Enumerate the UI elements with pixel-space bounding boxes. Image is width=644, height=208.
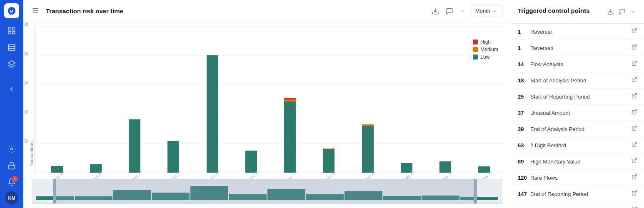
control-point-name: Rare Flows (530, 175, 632, 181)
control-point-name: 2 Digit Benford (530, 142, 632, 149)
sidebar-item-analytics[interactable] (4, 40, 19, 55)
user-avatar[interactable]: KM (5, 191, 18, 205)
svg-rect-3 (12, 28, 15, 30)
panel-chevron-icon[interactable] (629, 7, 637, 16)
svg-line-21 (634, 94, 637, 96)
bar-stack (478, 143, 490, 173)
external-link-icon[interactable] (632, 141, 637, 149)
control-point-item[interactable]: 632 Digit Benford (511, 137, 644, 154)
bar-stack (401, 135, 412, 173)
right-panel-header: Triggered control points (511, 0, 644, 24)
control-point-item[interactable]: 1Reversed (511, 40, 644, 56)
external-link-icon[interactable] (632, 125, 637, 133)
mini-chart[interactable] (32, 179, 502, 204)
external-link-icon[interactable] (632, 93, 637, 100)
bar-stack (245, 116, 257, 173)
control-point-name: Unusual Amount (530, 110, 632, 116)
control-point-item[interactable]: 18Start of Analysis Period (511, 72, 644, 89)
bar-group[interactable] (310, 27, 348, 173)
panel-header-actions (606, 7, 637, 17)
control-point-item[interactable]: 39End of Analysis Period (511, 121, 644, 137)
bar-group[interactable] (387, 27, 425, 173)
svg-line-23 (634, 126, 637, 129)
panel-download-button[interactable] (606, 7, 616, 17)
mini-handle-right[interactable] (474, 179, 477, 203)
bar-group[interactable] (193, 27, 231, 173)
bar-stack (207, 42, 218, 173)
bar-group[interactable] (116, 27, 154, 173)
external-link-icon[interactable] (632, 77, 637, 84)
bar-group[interactable] (271, 27, 309, 173)
external-link-icon[interactable] (632, 158, 637, 165)
control-point-number: 63 (518, 142, 530, 149)
control-point-item[interactable]: 25Start of Reporting Period (511, 89, 644, 105)
external-link-icon[interactable] (632, 206, 637, 208)
legend: HighMediumLow (473, 39, 498, 60)
control-point-item[interactable]: 14Flow Analysis (511, 56, 644, 72)
bar-group[interactable] (38, 27, 76, 173)
sidebar-item-settings[interactable] (4, 141, 19, 156)
y-axis-label: Transactions (27, 27, 34, 166)
external-link-icon[interactable] (632, 44, 637, 52)
month-dropdown-button[interactable]: Month (470, 5, 502, 17)
month-label: Month (475, 8, 490, 14)
svg-rect-11 (9, 165, 15, 169)
control-points-list: 1Reversal1Reversed14Flow Analysis18Start… (511, 24, 644, 208)
legend-label: High (480, 39, 491, 45)
svg-rect-2 (9, 28, 11, 30)
control-point-item[interactable]: 37Unusual Amount (511, 105, 644, 121)
svg-marker-9 (8, 61, 15, 65)
external-link-icon[interactable] (632, 190, 637, 198)
bar-group[interactable] (77, 27, 115, 173)
control-point-item[interactable]: 147End of Reporting Period (511, 186, 644, 202)
svg-rect-4 (9, 32, 11, 34)
svg-line-22 (634, 110, 637, 112)
control-point-item[interactable]: 120Rare Flows (511, 170, 644, 186)
chevron-down-icon[interactable] (458, 7, 467, 15)
sidebar-item-security[interactable] (4, 158, 19, 173)
legend-label: Medium (480, 47, 498, 52)
bar-segment-low (129, 119, 140, 173)
sidebar-item-back[interactable] (4, 82, 19, 97)
legend-item: Low (473, 54, 498, 60)
grid-and-bars: 500400300200100 (34, 27, 507, 173)
bar-group[interactable] (427, 27, 464, 173)
logo[interactable]: M (4, 3, 19, 18)
bar-group[interactable] (349, 27, 387, 173)
chart-body: 500400300200100 Jun '20Jul '20Aug '20Sep… (34, 27, 507, 179)
bar-group[interactable] (232, 27, 270, 173)
sidebar: M 1 KM (0, 0, 23, 208)
control-point-number: 25 (518, 94, 530, 100)
sidebar-item-dashboard[interactable] (4, 23, 19, 38)
menu-icon[interactable] (32, 7, 39, 16)
right-panel: Triggered control points 1Reversal1Rever… (511, 0, 644, 208)
external-link-icon[interactable] (632, 174, 637, 181)
mini-handle-left[interactable] (53, 179, 56, 203)
svg-text:M: M (10, 9, 13, 13)
svg-point-10 (11, 148, 13, 150)
control-point-item[interactable]: 166Suspicious Keyword (511, 202, 644, 208)
bar-segment-low (362, 126, 374, 173)
header-actions: Month (430, 5, 502, 17)
control-point-name: Start of Reporting Period (530, 94, 632, 100)
chart-header: Transaction risk over time Month (23, 0, 511, 22)
external-link-icon[interactable] (632, 109, 637, 116)
control-point-name: Start of Analysis Period (530, 77, 632, 84)
sidebar-item-layers[interactable] (4, 57, 19, 72)
panel-comment-button[interactable] (617, 7, 627, 17)
control-point-number: 39 (518, 126, 530, 132)
bar-group[interactable] (155, 27, 192, 173)
comment-button[interactable] (444, 6, 455, 17)
control-point-number: 120 (518, 175, 530, 181)
mini-selection[interactable] (53, 179, 477, 203)
download-button[interactable] (430, 6, 441, 17)
control-point-item[interactable]: 1Reversal (511, 24, 644, 40)
control-point-number: 1 (518, 45, 530, 51)
external-link-icon[interactable] (632, 60, 637, 68)
bar-segment-low (207, 55, 218, 173)
bar-stack (90, 138, 102, 173)
control-point-item[interactable]: 89High Monetary Value (511, 154, 644, 170)
external-link-icon[interactable] (632, 28, 637, 35)
sidebar-item-notifications[interactable]: 1 (4, 175, 19, 190)
svg-line-26 (634, 175, 637, 177)
